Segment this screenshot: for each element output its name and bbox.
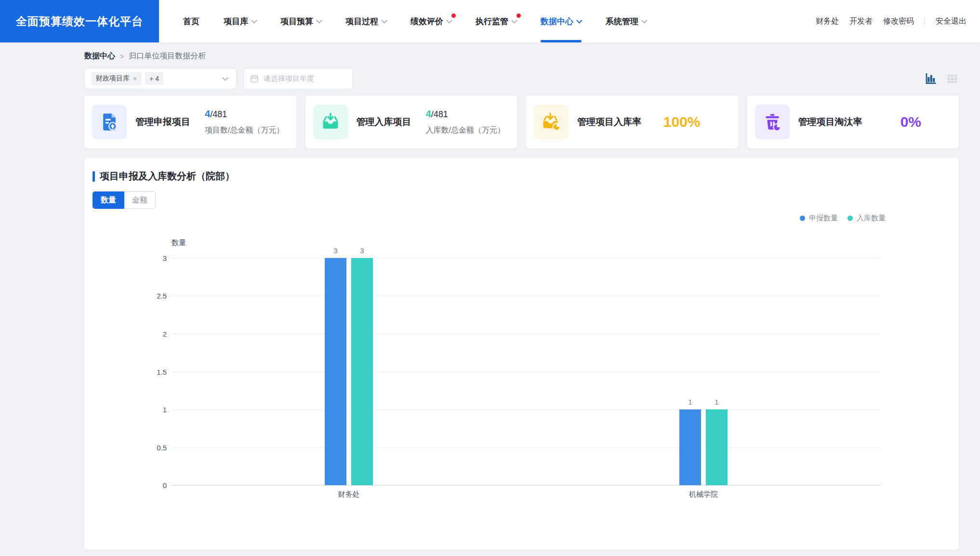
chevron-down-icon <box>316 17 322 24</box>
stat-card-value: 4 <box>205 108 210 119</box>
legend-dot <box>800 216 805 221</box>
bar-入库数量[interactable] <box>351 258 373 485</box>
project-library-select[interactable]: 财政项目库 × + 4 <box>84 68 237 89</box>
selected-library-tag: 财政项目库 × <box>92 72 141 85</box>
nav-item-project-library[interactable]: 项目库 <box>224 0 256 42</box>
gridline <box>172 409 881 410</box>
user-org[interactable]: 财务处 <box>816 16 839 27</box>
chevron-down-icon <box>222 75 228 81</box>
stat-card-title: 管理申报项目 <box>135 116 190 128</box>
y-tick-label: 3 <box>163 254 167 262</box>
legend-dot <box>848 216 853 221</box>
chevron-down-icon <box>511 17 517 24</box>
bar-chart-view-icon[interactable] <box>924 72 937 85</box>
bar-申报数量[interactable] <box>679 409 701 485</box>
chart-yticks: 00.511.522.53 <box>135 258 167 485</box>
gridline <box>172 258 881 258</box>
tab-amount[interactable]: 金额 <box>124 191 156 209</box>
nav-item-data-center[interactable]: 数据中心 <box>541 0 582 42</box>
bar-value-label: 1 <box>679 398 701 406</box>
y-tick-label: 0 <box>163 481 167 489</box>
x-category-label: 机械学院 <box>689 490 718 499</box>
stat-card-value-line: 4/481 <box>426 108 505 120</box>
y-tick-label: 2 <box>163 329 167 338</box>
y-tick-label: 0.5 <box>157 443 167 451</box>
chevron-down-icon <box>576 17 583 24</box>
divider <box>925 17 925 25</box>
nav-item-project-process[interactable]: 项目过程 <box>345 0 386 42</box>
filter-row: 财政项目库 × + 4 请选择项目年度 <box>84 68 959 89</box>
bar-wrap: 1 <box>706 258 728 485</box>
stat-card-total: /481 <box>431 109 448 119</box>
change-password-link[interactable]: 修改密码 <box>883 16 914 27</box>
project-year-picker[interactable]: 请选择项目年度 <box>243 68 353 89</box>
logout-link[interactable]: 安全退出 <box>936 16 967 27</box>
stat-card-title: 管理项目淘汰率 <box>798 116 862 128</box>
breadcrumb-current-page: 归口单位项目数据分析 <box>129 51 206 61</box>
app-logo: 全面预算绩效一体化平台 <box>0 0 159 42</box>
gridline <box>172 448 881 448</box>
stat-card-value: 0% <box>901 114 921 130</box>
inbox-pie-icon <box>534 105 569 139</box>
stat-card-total: /481 <box>210 109 227 119</box>
y-tick-label: 2.5 <box>157 292 167 300</box>
title-accent-bar <box>93 171 95 182</box>
nav-item-performance-evaluation[interactable]: 绩效评价 <box>411 0 451 42</box>
chevron-down-icon <box>641 17 648 24</box>
nav-item-home[interactable]: 首页 <box>183 0 199 42</box>
bar-wrap: 1 <box>679 258 701 485</box>
stat-card-declared-projects: 管理申报项目 4/481 项目数/总金额（万元） <box>84 95 296 149</box>
stat-card-value: 4 <box>426 108 431 119</box>
gridline <box>172 485 881 486</box>
y-tick-label: 1 <box>163 405 167 413</box>
chart-metric-tabs: 数量 金额 <box>93 191 959 209</box>
top-navbar: 全面预算绩效一体化平台 首页 项目库 项目预算 项目过程 绩效评价 执行监管 数… <box>0 0 980 42</box>
chart-section-title: 项目申报及入库数分析（院部） <box>100 170 235 183</box>
user-role[interactable]: 开发者 <box>849 16 873 27</box>
nav-item-project-budget[interactable]: 项目预算 <box>280 0 321 42</box>
legend-item-申报数量[interactable]: 申报数量 <box>800 214 838 223</box>
overflow-count-tag: + 4 <box>145 72 163 85</box>
trash-pie-icon <box>755 105 790 139</box>
view-switch <box>924 72 959 85</box>
stat-card-value-line: 4/481 <box>205 108 284 120</box>
chevron-down-icon <box>251 17 257 24</box>
notification-dot <box>451 14 456 18</box>
document-upload-icon <box>92 105 127 139</box>
y-tick-label: 1.5 <box>157 367 167 376</box>
legend-item-入库数量[interactable]: 入库数量 <box>848 214 886 223</box>
legend-label: 申报数量 <box>809 214 838 223</box>
stat-card-subtitle: 项目数/总金额（万元） <box>205 125 284 136</box>
table-view-icon[interactable] <box>946 72 959 85</box>
bar-申报数量[interactable] <box>325 258 346 485</box>
stat-card-title: 管理入库项目 <box>357 116 411 128</box>
legend-label: 入库数量 <box>857 214 886 223</box>
nav-item-execution-supervision[interactable]: 执行监管 <box>476 0 516 42</box>
gridline <box>172 372 881 372</box>
stat-cards-row: 管理申报项目 4/481 项目数/总金额（万元） 管理入库项目 4/481 入库… <box>84 95 959 149</box>
breadcrumb-separator: > <box>120 53 124 60</box>
stat-card-stored-projects: 管理入库项目 4/481 入库数/总金额（万元） <box>305 95 517 149</box>
x-category-label: 财务处 <box>338 490 360 499</box>
main-nav: 首页 项目库 项目预算 项目过程 绩效评价 执行监管 数据中心 系统管理 <box>159 0 647 42</box>
bar-入库数量[interactable] <box>706 409 728 485</box>
tag-remove-icon[interactable]: × <box>133 75 137 82</box>
user-area: 财务处 开发者 修改密码 安全退出 <box>816 0 980 42</box>
bar-wrap: 3 <box>351 258 373 485</box>
bar-wrap: 3 <box>325 258 346 485</box>
chevron-down-icon <box>446 17 452 24</box>
chart-legend: 申报数量入库数量 <box>800 214 886 223</box>
stat-card-value: 100% <box>663 114 701 130</box>
tab-quantity[interactable]: 数量 <box>93 191 124 209</box>
y-axis-title: 数量 <box>172 238 186 247</box>
stat-card-subtitle: 入库数/总金额（万元） <box>426 125 505 136</box>
gridline <box>172 296 881 296</box>
nav-item-system-management[interactable]: 系统管理 <box>606 0 647 42</box>
bar-value-label: 3 <box>325 246 346 255</box>
calendar-icon <box>250 74 259 83</box>
stat-card-title: 管理项目入库率 <box>577 116 641 128</box>
stat-card-storage-rate: 管理项目入库率 100% <box>526 95 738 149</box>
inbox-download-icon <box>313 105 348 139</box>
breadcrumb-section[interactable]: 数据中心 <box>84 51 115 61</box>
chevron-down-icon <box>381 17 387 24</box>
